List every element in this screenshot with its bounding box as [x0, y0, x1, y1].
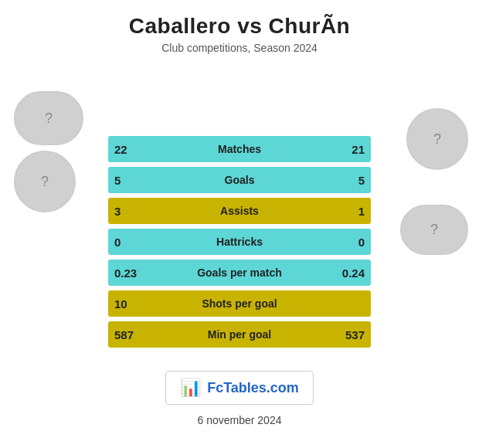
fctables-icon: 📊	[180, 378, 201, 398]
stat-label-5: Shots per goal	[202, 297, 277, 310]
stat-bar-2: 3Assists1	[108, 198, 371, 224]
stat-bar-3: 0Hattricks0	[108, 229, 371, 255]
logo-box: 📊 FcTables.com	[165, 371, 314, 405]
stat-row: 587Min per goal537	[108, 321, 371, 348]
stat-label-0: Matches	[218, 143, 261, 155]
avatar-left-2: ?	[14, 151, 76, 212]
stat-bar-5: 10Shots per goal	[108, 290, 371, 317]
stat-left-val-4: 0.23	[114, 266, 137, 280]
stat-label-1: Goals	[225, 174, 255, 186]
stat-right-val-3: 0	[358, 236, 365, 249]
stat-right-val-6: 537	[345, 328, 365, 341]
page-subtitle: Club competitions, Season 2024	[15, 42, 464, 54]
stats-container: 22Matches215Goals53Assists10Hattricks00.…	[108, 136, 371, 348]
stat-left-val-2: 3	[114, 205, 121, 218]
avatar-placeholder-icon-2: ?	[41, 174, 49, 190]
stat-row: 5Goals5	[108, 167, 371, 193]
stat-left-val-0: 22	[114, 143, 127, 156]
avatar-placeholder-icon-3: ?	[433, 131, 441, 148]
stat-label-2: Assists	[220, 205, 259, 217]
avatar-right-2: ?	[400, 205, 468, 255]
header: Caballero vs ChurÃ­n Club competitions, …	[0, 0, 479, 59]
logo-section: 📊 FcTables.com	[0, 371, 479, 405]
avatar-placeholder-icon: ?	[45, 110, 53, 127]
avatar-right-oval: ?	[400, 205, 468, 255]
stat-bar-1: 5Goals5	[108, 167, 371, 193]
stat-bar-0: 22Matches21	[108, 136, 371, 162]
stat-right-val-4: 0.24	[342, 266, 365, 280]
page-title: Caballero vs ChurÃ­n	[15, 14, 464, 39]
stat-label-4: Goals per match	[197, 266, 282, 279]
stat-right-val-0: 21	[352, 143, 365, 156]
stat-bar-4: 0.23Goals per match0.24	[108, 260, 371, 286]
stat-right-val-1: 5	[358, 174, 365, 187]
avatar-left-oval: ?	[14, 91, 83, 145]
stat-label-3: Hattricks	[216, 236, 263, 248]
stat-row: 3Assists1	[108, 198, 371, 224]
avatar-left-circle: ?	[14, 151, 76, 212]
avatar-left-1: ?	[14, 91, 83, 145]
stat-row: 22Matches21	[108, 136, 371, 162]
stat-row: 10Shots per goal	[108, 290, 371, 317]
avatar-right-1: ?	[406, 108, 468, 170]
stat-left-val-3: 0	[114, 236, 121, 249]
logo-text: FcTables.com	[207, 380, 299, 396]
stat-bar-6: 587Min per goal537	[108, 321, 371, 348]
stat-right-val-2: 1	[358, 205, 365, 218]
avatar-placeholder-icon-4: ?	[430, 222, 438, 238]
stat-left-val-6: 587	[114, 328, 134, 341]
stat-label-6: Min per goal	[208, 328, 271, 341]
stat-left-val-5: 10	[114, 297, 127, 311]
avatar-right-circle: ?	[406, 108, 468, 170]
stat-row: 0Hattricks0	[108, 229, 371, 255]
footer-date-text: 6 november 2024	[198, 414, 282, 426]
stat-row: 0.23Goals per match0.24	[108, 260, 371, 286]
footer-date: 6 november 2024	[0, 414, 479, 426]
page-wrapper: Caballero vs ChurÃ­n Club competitions, …	[0, 0, 479, 448]
stat-left-val-1: 5	[114, 174, 121, 187]
